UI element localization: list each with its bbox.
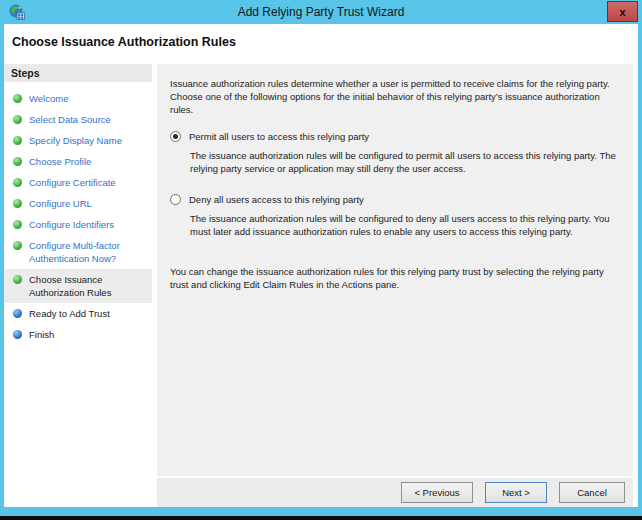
step-label: Choose Profile xyxy=(29,155,141,168)
step-done-icon xyxy=(13,220,22,229)
window-title: Add Relying Party Trust Wizard xyxy=(0,5,642,19)
step-upcoming-icon xyxy=(13,309,22,318)
step-label: Configure Multi-factor Authentication No… xyxy=(29,239,141,265)
permit-radio-row[interactable]: Permit all users to access this relying … xyxy=(170,130,623,143)
adfs-app-icon xyxy=(9,4,25,20)
steps-header: Steps xyxy=(4,64,152,82)
intro-text: Issuance authorization rules determine w… xyxy=(170,77,623,116)
step-label: Welcome xyxy=(29,92,141,105)
step-label: Choose Issuance Authorization Rules xyxy=(29,273,141,299)
sidebar-item-configure-url[interactable]: Configure URL xyxy=(4,193,152,214)
step-label: Select Data Source xyxy=(29,113,141,126)
step-done-icon xyxy=(13,178,22,187)
step-done-icon xyxy=(13,94,22,103)
step-done-icon xyxy=(13,136,22,145)
step-done-icon xyxy=(13,241,22,250)
step-label: Configure Certificate xyxy=(29,176,141,189)
sidebar-item-configure-mfa[interactable]: Configure Multi-factor Authentication No… xyxy=(4,235,152,269)
sidebar-item-ready-to-add-trust[interactable]: Ready to Add Trust xyxy=(4,303,152,324)
step-done-icon xyxy=(13,275,22,284)
button-bar: < Previous Next > Cancel xyxy=(157,476,633,507)
sidebar-item-select-data-source[interactable]: Select Data Source xyxy=(4,109,152,130)
sidebar-item-choose-issuance-rules[interactable]: Choose Issuance Authorization Rules xyxy=(4,269,152,303)
deny-description: The issuance authorization rules will be… xyxy=(190,212,623,238)
sidebar-item-finish[interactable]: Finish xyxy=(4,324,152,345)
step-upcoming-icon xyxy=(13,330,22,339)
window-bottom-edge xyxy=(0,516,642,520)
permit-description: The issuance authorization rules will be… xyxy=(190,149,623,175)
step-label: Configure Identifiers xyxy=(29,218,141,231)
step-done-icon xyxy=(13,199,22,208)
titlebar[interactable]: Add Relying Party Trust Wizard x xyxy=(0,0,642,24)
window-body: Choose Issuance Authorization Rules Step… xyxy=(4,24,638,507)
deny-radio-label[interactable]: Deny all users access to this relying pa… xyxy=(189,193,364,206)
sidebar-item-specify-display-name[interactable]: Specify Display Name xyxy=(4,130,152,151)
step-done-icon xyxy=(13,115,22,124)
sidebar-item-configure-identifiers[interactable]: Configure Identifiers xyxy=(4,214,152,235)
content-panel: Issuance authorization rules determine w… xyxy=(157,64,633,476)
step-label: Finish xyxy=(29,328,141,341)
steps-list: Welcome Select Data Source Specify Displ… xyxy=(4,88,152,345)
step-label: Ready to Add Trust xyxy=(29,307,141,320)
permit-radio[interactable] xyxy=(170,131,181,142)
previous-button[interactable]: < Previous xyxy=(401,482,473,503)
sidebar-item-choose-profile[interactable]: Choose Profile xyxy=(4,151,152,172)
next-button[interactable]: Next > xyxy=(485,482,547,503)
step-done-icon xyxy=(13,157,22,166)
wizard-window: Add Relying Party Trust Wizard x Choose … xyxy=(0,0,642,520)
deny-radio[interactable] xyxy=(170,194,181,205)
steps-sidebar: Steps Welcome Select Data Source Specify… xyxy=(4,60,152,507)
step-label: Configure URL xyxy=(29,197,141,210)
footer-note: You can change the issuance authorizatio… xyxy=(170,265,623,291)
page-title: Choose Issuance Authorization Rules xyxy=(4,24,638,60)
deny-radio-row[interactable]: Deny all users access to this relying pa… xyxy=(170,193,623,206)
sidebar-item-configure-certificate[interactable]: Configure Certificate xyxy=(4,172,152,193)
sidebar-item-welcome[interactable]: Welcome xyxy=(4,88,152,109)
close-button[interactable]: x xyxy=(607,1,638,22)
permit-radio-label[interactable]: Permit all users to access this relying … xyxy=(189,130,369,143)
step-label: Specify Display Name xyxy=(29,134,141,147)
cancel-button[interactable]: Cancel xyxy=(559,482,625,503)
